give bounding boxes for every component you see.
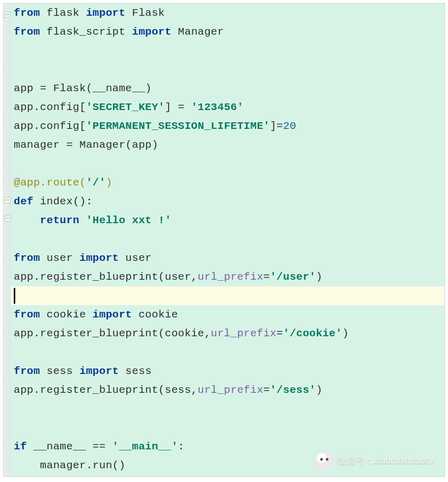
code-line-current — [11, 286, 444, 305]
code-line — [11, 399, 444, 418]
watermark: 微信号：xiaomaimiaolhr — [316, 452, 435, 469]
text-cursor — [14, 288, 15, 304]
gutter — [4, 4, 11, 476]
code-area[interactable]: from flask import Flask from flask_scrip… — [11, 4, 444, 476]
fold-marker-icon[interactable] — [5, 216, 11, 222]
fold-marker-icon[interactable] — [5, 12, 11, 18]
code-line: app.config['SECRET_KEY'] = '123456' — [11, 98, 444, 117]
code-line: def index(): — [11, 192, 444, 211]
code-line: from flask_script import Manager — [11, 22, 444, 41]
code-line: return 'Hello xxt !' — [11, 211, 444, 230]
code-line: from sess import sess — [11, 362, 444, 381]
code-line — [11, 154, 444, 173]
code-line: @app.route('/') — [11, 173, 444, 192]
code-line: from user import user — [11, 249, 444, 267]
code-line: app = Flask(__name__) — [11, 79, 444, 98]
code-line: from cookie import cookie — [11, 305, 444, 324]
fold-marker-icon[interactable] — [5, 197, 11, 203]
code-line — [11, 343, 444, 362]
code-line: app.register_blueprint(sess,url_prefix='… — [11, 381, 444, 399]
code-line — [11, 41, 444, 60]
wechat-icon — [316, 452, 333, 469]
editor-frame: from flask import Flask from flask_scrip… — [3, 3, 445, 477]
code-line: from flask import Flask — [11, 4, 444, 22]
code-line — [11, 418, 444, 437]
watermark-text: 微信号：xiaomaimiaolhr — [337, 454, 435, 467]
code-line: manager = Manager(app) — [11, 136, 444, 154]
code-line — [11, 230, 444, 249]
code-line — [11, 60, 444, 79]
code-line: app.config['PERMANENT_SESSION_LIFETIME']… — [11, 117, 444, 136]
code-line: app.register_blueprint(user,url_prefix='… — [11, 267, 444, 286]
code-line: app.register_blueprint(cookie,url_prefix… — [11, 324, 444, 343]
